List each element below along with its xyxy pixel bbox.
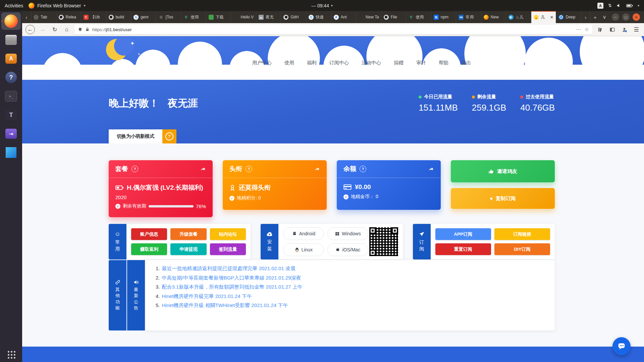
url-bar[interactable]: https://https://j01.best/userj01.best/us… xyxy=(74,25,592,34)
nav-audit[interactable]: 审计 xyxy=(416,60,426,66)
nav-benefits[interactable]: 福利 xyxy=(307,60,317,66)
tab-active[interactable]: 几✕ xyxy=(531,11,556,23)
checkin-traffic-button[interactable]: 签到流量 xyxy=(210,243,246,255)
chat-fab-button[interactable] xyxy=(612,337,631,355)
switch-newbie-mode-button[interactable]: 切换为小萌新模式 xyxy=(109,129,162,143)
nav-activity-center[interactable]: 活动中心 xyxy=(362,60,381,66)
share-icon[interactable] xyxy=(200,166,206,172)
question-icon[interactable]: ? xyxy=(246,166,252,172)
dock-text-editor[interactable]: T xyxy=(1,106,21,124)
subscribe-tab[interactable]: 订阅 xyxy=(413,224,431,259)
tab[interactable]: Ant xyxy=(331,11,357,23)
account-info-button[interactable]: 账户信息 xyxy=(131,228,167,240)
back-button[interactable]: ← xyxy=(25,25,35,34)
clock-menu[interactable]: — 09:44 ▾ xyxy=(311,3,333,8)
question-icon[interactable]: ? xyxy=(131,166,138,172)
home-button[interactable]: ⌂ xyxy=(62,25,71,34)
diy-subscription-button[interactable]: DIY订阅 xyxy=(494,243,550,255)
withdraw-button[interactable]: 申请提现 xyxy=(170,243,206,255)
reset-subscription-button[interactable]: 重置订阅 xyxy=(435,243,491,255)
shield-icon[interactable] xyxy=(78,27,83,32)
tab[interactable]: 使用 xyxy=(181,11,206,23)
dock-terminal[interactable]: >_ xyxy=(1,87,21,105)
nav-help[interactable]: 帮助 xyxy=(439,60,448,66)
dock-ubuntu-software[interactable]: A xyxy=(1,50,21,67)
focused-app-menu[interactable]: Firefox Web Browser ▾ xyxy=(29,3,85,9)
forward-button[interactable]: → xyxy=(38,25,47,34)
tab[interactable]: Relea xyxy=(56,11,82,23)
close-window-button[interactable]: ✕ xyxy=(633,13,640,21)
tab[interactable]: GitH xyxy=(281,11,306,23)
tab[interactable]: [Too xyxy=(156,11,181,23)
battery-icon[interactable] xyxy=(626,3,633,8)
upgrade-plan-button[interactable]: 升级套餐 xyxy=(170,228,206,240)
dock-files[interactable] xyxy=(1,31,21,49)
announcement-link[interactable]: 配合3.1新版本升級，所有餘額調整到抵扣金幣 2021.01.27 上午 xyxy=(162,284,303,290)
share-icon[interactable] xyxy=(428,166,434,172)
dock-firefox[interactable] xyxy=(1,12,21,30)
tab[interactable]: 下载 xyxy=(206,11,231,23)
activities-button[interactable]: Activities xyxy=(5,3,23,8)
subscribe-link-button[interactable]: 订阅链接 xyxy=(494,228,550,240)
scroll-tabs-right-button[interactable]: › xyxy=(581,11,590,23)
common-tab[interactable]: ☺ 常用 xyxy=(109,224,126,259)
scroll-tabs-left-button[interactable]: ‹ xyxy=(22,11,31,23)
nav-donate[interactable]: 捐赠 xyxy=(394,60,404,66)
app-subscribe-button[interactable]: APP订阅 xyxy=(435,228,491,240)
tab[interactable]: npm xyxy=(431,11,457,23)
minimize-button[interactable]: ─ xyxy=(612,13,619,21)
other-functions-tab[interactable]: 其他功能 xyxy=(109,260,126,330)
announcement-link[interactable]: Hinet機房硬件升級 相關TWHinet受影響 2021.01.24 下午 xyxy=(162,302,288,309)
latest-announcements-tab[interactable]: 最新公告 xyxy=(127,260,145,330)
new-tab-button[interactable]: + xyxy=(590,11,600,23)
dock-vscode[interactable] xyxy=(1,144,21,161)
forum-button[interactable]: 站内论坛 xyxy=(210,228,246,240)
reload-button[interactable]: ↻ xyxy=(50,25,59,34)
ios-mac-button[interactable]: iOS/Mac xyxy=(327,243,368,256)
tab[interactable]: 使用 xyxy=(406,11,431,23)
tab[interactable]: New Tab xyxy=(356,11,381,23)
tab[interactable]: 【Ub xyxy=(81,11,106,23)
show-applications-icon[interactable] xyxy=(7,350,15,359)
announcement-link[interactable]: 最近一批地精邀請返利提現已提現處理完畢 2021.02.01 凌晨 xyxy=(162,265,296,272)
copy-subscription-button[interactable]: ♥ 复制订阅 xyxy=(451,188,555,209)
tab[interactable]: 夜无 xyxy=(256,11,281,23)
menu-icon[interactable]: ☰ xyxy=(632,25,641,34)
windows-button[interactable]: Windows xyxy=(327,227,368,240)
account-icon[interactable] xyxy=(620,25,629,34)
library-icon[interactable] xyxy=(596,25,604,34)
announcement-link[interactable]: 中高短期/中等長期套餐新增BGP入口華東專線 2021.01.29深夜 xyxy=(162,275,301,281)
install-tab[interactable]: 安装 xyxy=(261,224,278,259)
tab[interactable]: 快速 xyxy=(306,11,331,23)
dock-remote-access[interactable]: ⇥ xyxy=(1,125,21,142)
sidebar-icon[interactable] xyxy=(608,25,616,34)
tab[interactable]: New xyxy=(481,11,506,23)
network-icon[interactable]: ⇅ xyxy=(608,3,612,8)
close-tab-icon[interactable]: ✕ xyxy=(550,15,554,20)
input-source-icon[interactable]: A xyxy=(597,3,603,9)
tab[interactable]: File xyxy=(381,11,407,23)
url-text[interactable]: https://https://j01.best/userj01.best/us… xyxy=(92,27,574,32)
nav-logout[interactable]: 登出 xyxy=(461,60,471,66)
tab[interactable]: Hello Vu xyxy=(231,11,256,23)
linux-button[interactable]: Linux xyxy=(283,243,324,256)
tab[interactable]: Deep xyxy=(556,11,581,23)
dock-help[interactable]: ? xyxy=(1,69,21,86)
tab[interactable]: Tab xyxy=(31,11,56,23)
announcement-link[interactable]: Hinet機房硬件升級完畢 2021.01.24 下午 xyxy=(162,293,252,300)
earn-rebate-button[interactable]: 赚取返利 xyxy=(131,243,167,255)
share-icon[interactable] xyxy=(314,166,320,172)
question-icon[interactable]: ? xyxy=(360,166,366,172)
tab[interactable]: build xyxy=(106,11,131,23)
nav-usage[interactable]: 使用 xyxy=(284,60,294,66)
volume-icon[interactable] xyxy=(616,3,622,8)
page-actions-icon[interactable]: ⋯ xyxy=(576,26,581,33)
list-all-tabs-button[interactable]: ∨ xyxy=(600,11,609,23)
mode-help-button[interactable]: ? xyxy=(162,129,176,143)
tab[interactable]: 常用 xyxy=(456,11,481,23)
nav-subscription-center[interactable]: 订阅中心 xyxy=(329,60,349,66)
tab[interactable]: genr xyxy=(131,11,156,23)
system-menu-chevron-icon[interactable]: ▾ xyxy=(638,4,639,7)
invite-friends-button[interactable]: 邀请鸡友 xyxy=(451,160,555,182)
tab[interactable]: ♨几 xyxy=(506,11,531,23)
